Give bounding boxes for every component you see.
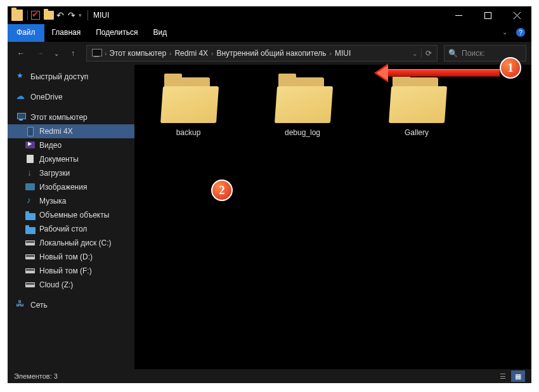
folder-item-debuglog[interactable]: debug_log	[255, 77, 350, 137]
sidebar-item-pictures[interactable]: Изображения	[8, 180, 134, 194]
status-bar: Элементов: 3 ☰ ▦	[8, 369, 531, 383]
annotation-callout-1: 1	[500, 57, 521, 79]
document-icon	[25, 155, 36, 164]
sidebar-item-drive-z[interactable]: Cloud (Z:)	[8, 278, 134, 292]
minimize-button[interactable]	[444, 6, 473, 24]
tab-view[interactable]: Вид	[145, 24, 174, 42]
download-icon	[25, 169, 36, 178]
breadcrumb-segment[interactable]: Redmi 4X›	[174, 49, 216, 58]
sidebar-item-desktop[interactable]: Рабочий стол	[8, 222, 134, 236]
tab-file[interactable]: Файл	[8, 24, 44, 42]
explorer-window: 1 2 ↶ ↷ ▾ MIUI Файл Главная Поделиться В…	[8, 6, 531, 383]
folder-label: Gallery	[405, 128, 429, 137]
folder-icon	[11, 10, 23, 21]
video-icon	[25, 141, 36, 150]
phone-icon	[25, 127, 36, 136]
network-icon	[16, 301, 27, 310]
sidebar-item-drive-d[interactable]: Новый том (D:)	[8, 250, 134, 264]
drive-icon	[25, 266, 36, 275]
tab-share[interactable]: Поделиться	[88, 24, 145, 42]
navbar: ← → ⌄ ↑ › Этот компьютер› Redmi 4X› Внут…	[8, 42, 531, 65]
image-icon	[25, 183, 36, 192]
annotation-arrow	[374, 66, 500, 80]
nav-back-button[interactable]: ←	[13, 45, 29, 62]
search-icon: 🔍	[448, 49, 458, 58]
sidebar-item-documents[interactable]: Документы	[8, 152, 134, 166]
music-icon	[25, 197, 36, 206]
qat-properties-button[interactable]	[31, 11, 40, 20]
titlebar: ↶ ↷ ▾ MIUI	[8, 6, 531, 24]
address-bar[interactable]: › Этот компьютер› Redmi 4X› Внутренний о…	[86, 45, 438, 62]
sidebar-item-3dobjects[interactable]: Объемные объекты	[8, 208, 134, 222]
breadcrumb-segment[interactable]: Этот компьютер›	[109, 49, 174, 58]
maximize-button[interactable]	[473, 6, 502, 24]
cloud-icon	[16, 93, 27, 101]
drive-icon	[25, 238, 36, 247]
folder-content-area[interactable]: backup debug_log Gallery	[134, 65, 531, 369]
drive-icon	[25, 280, 36, 289]
expand-ribbon-button[interactable]: ⌄	[502, 29, 507, 36]
sidebar-network[interactable]: Сеть	[8, 298, 134, 312]
folder-label: debug_log	[285, 128, 320, 137]
star-icon	[16, 72, 27, 81]
pc-icon	[16, 113, 27, 122]
sidebar-quick-access[interactable]: Быстрый доступ	[8, 70, 134, 84]
close-button[interactable]	[502, 6, 531, 24]
breadcrumb-segment[interactable]: Внутренний общий накопитель›	[216, 49, 334, 58]
sidebar-this-pc[interactable]: Этот компьютер	[8, 110, 134, 124]
help-button[interactable]: ?	[516, 28, 525, 37]
qat-newfolder-button[interactable]	[44, 11, 54, 20]
folder-icon	[275, 77, 330, 123]
folder-item-backup[interactable]: backup	[141, 77, 236, 137]
sidebar-item-drive-f[interactable]: Новый том (F:)	[8, 264, 134, 278]
status-item-count: Элементов: 3	[14, 372, 58, 380]
folder-item-gallery[interactable]: Gallery	[369, 77, 464, 137]
sidebar-item-downloads[interactable]: Загрузки	[8, 166, 134, 180]
sidebar-item-videos[interactable]: Видео	[8, 138, 134, 152]
qat-dropdown-button[interactable]: ▾	[78, 12, 82, 18]
folder-icon	[25, 213, 36, 220]
redo-button[interactable]: ↷	[67, 10, 77, 20]
nav-up-button[interactable]: ↑	[65, 45, 81, 62]
undo-button[interactable]: ↶	[55, 10, 65, 20]
sidebar-nav: Быстрый доступ OneDrive Этот компьютер R…	[8, 65, 134, 369]
folder-icon	[160, 77, 216, 123]
window-title: MIUI	[93, 11, 109, 20]
nav-history-button[interactable]: ⌄	[51, 45, 62, 62]
pc-icon	[91, 49, 102, 58]
sidebar-item-drive-c[interactable]: Локальный диск (C:)	[8, 236, 134, 250]
drive-icon	[25, 252, 36, 261]
view-largeicons-button[interactable]: ▦	[511, 370, 525, 382]
view-details-button[interactable]: ☰	[496, 370, 510, 382]
nav-forward-button[interactable]: →	[32, 45, 48, 62]
folder-icon	[25, 227, 36, 234]
quick-access-toolbar: ↶ ↷ ▾	[11, 10, 92, 21]
breadcrumb-segment[interactable]: MIUI	[335, 49, 351, 58]
ribbon-tabs: Файл Главная Поделиться Вид ⌄ ?	[8, 24, 531, 42]
folder-label: backup	[176, 128, 201, 137]
annotation-callout-2: 2	[211, 180, 233, 201]
sidebar-item-music[interactable]: Музыка	[8, 194, 134, 208]
search-placeholder: Поиск:	[462, 49, 485, 58]
refresh-button[interactable]: ⟳	[421, 49, 436, 58]
tab-home[interactable]: Главная	[44, 24, 89, 42]
folder-icon	[389, 77, 445, 123]
sidebar-onedrive[interactable]: OneDrive	[8, 90, 134, 104]
svg-rect-1	[484, 12, 491, 18]
address-dropdown-button[interactable]: ⌄	[408, 50, 421, 57]
sidebar-item-redmi4x[interactable]: Redmi 4X	[8, 124, 134, 138]
